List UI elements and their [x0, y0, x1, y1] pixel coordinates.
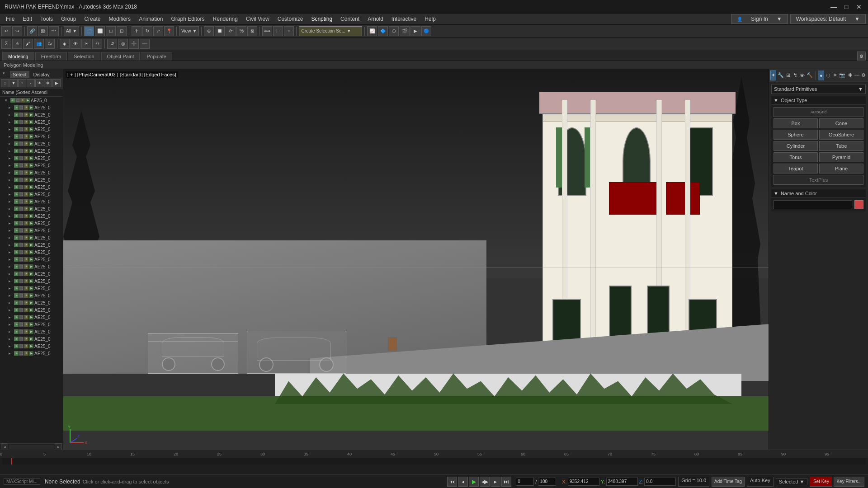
create-selection-dropdown[interactable]: Create Selection Se...▼: [299, 26, 362, 36]
filter-dropdown[interactable]: All▼: [64, 26, 79, 36]
play-back-btn[interactable]: ◂▶: [480, 477, 490, 487]
create-system-btn[interactable]: ⚙: [861, 70, 867, 80]
minimize-btn[interactable]: —: [829, 2, 838, 11]
scene-list-item[interactable]: ▸ 👁 ⬚ ☀ ▶ AE25_0: [0, 306, 63, 314]
menu-animation[interactable]: Animation: [135, 15, 166, 23]
utilities-tab-btn[interactable]: 🔨: [806, 70, 813, 80]
scene-select-tab[interactable]: Select: [10, 71, 29, 78]
pivot-btn[interactable]: ⊕: [204, 26, 214, 36]
scene-expand-btn[interactable]: +: [18, 79, 26, 87]
scene-list-item[interactable]: ▸ 👁 ⬚ ☀ ▶ AE25_0: [0, 285, 63, 292]
display-tab-btn[interactable]: 👁: [799, 70, 805, 80]
scene-list-item[interactable]: ▸ 👁 ⬚ ☀ ▶ AE25_0: [0, 162, 63, 169]
create-tab-btn[interactable]: ✦: [770, 70, 776, 80]
scene-list-item[interactable]: ▸ 👁 ⬚ ☀ ▶ AE25_0: [0, 140, 63, 147]
x-coord-input[interactable]: [568, 478, 599, 486]
scene-list-item[interactable]: ▸ 👁 ⬚ ☀ ▶ AE25_0: [0, 270, 63, 277]
paint-connect-btn[interactable]: ⚇: [92, 39, 102, 49]
xview-btn[interactable]: ⚠: [12, 39, 22, 49]
geo-clipping-btn[interactable]: ✂: [81, 39, 91, 49]
menu-graph-editors[interactable]: Graph Editors: [168, 15, 208, 23]
scene-list-item[interactable]: ▸ 👁 ⬚ ☀ ▶ AE25_0: [0, 350, 63, 357]
menu-edit[interactable]: Edit: [19, 15, 36, 23]
sign-in-dropdown[interactable]: 👤 Sign In ▼: [731, 14, 788, 24]
maximize-btn[interactable]: □: [842, 2, 851, 11]
scene-list-item[interactable]: ▸ 👁 ⬚ ☀ ▶ AE25_0: [0, 155, 63, 162]
scene-list-item[interactable]: ▸ 👁 ⬚ ☀ ▶ AE25_0: [0, 321, 63, 328]
select-link-btn[interactable]: 🔗: [27, 26, 37, 36]
menu-modifiers[interactable]: Modifiers: [105, 15, 134, 23]
tab-selection[interactable]: Selection: [68, 52, 100, 61]
tube-btn[interactable]: Tube: [819, 141, 863, 151]
object-type-header[interactable]: ▼ Object Type: [771, 96, 866, 105]
render-setup-btn[interactable]: 🎬: [400, 26, 410, 36]
goto-start-btn[interactable]: ⏮: [447, 477, 457, 487]
menu-help[interactable]: Help: [421, 15, 439, 23]
create-geo-btn[interactable]: ●: [818, 70, 824, 80]
place-btn[interactable]: 📍: [164, 26, 174, 36]
cylinder-btn[interactable]: Cylinder: [774, 141, 818, 151]
scene-filter-btn[interactable]: ▼: [9, 79, 18, 87]
percent-snap-btn[interactable]: %: [236, 26, 246, 36]
scene-list-item[interactable]: ▸ 👁 ⬚ ☀ ▶ AE25_0: [0, 212, 63, 220]
set-key-btn[interactable]: Set Key: [810, 477, 832, 487]
scene-sort-btn[interactable]: ↕: [1, 79, 9, 87]
snap-toggle-btn[interactable]: 🔲: [215, 26, 225, 36]
torus-btn[interactable]: Torus: [774, 152, 818, 162]
box-btn[interactable]: Box: [774, 118, 818, 128]
scene-list-item[interactable]: ▸ 👁 ⬚ ☀ ▶ AE25_0: [0, 335, 63, 343]
obj-paint-btn[interactable]: 🖌: [23, 39, 33, 49]
scene-list-item[interactable]: ▸ 👁 ⬚ ☀ ▶ AE25_0: [0, 183, 63, 191]
polygon-count-btn[interactable]: Σ: [1, 39, 11, 49]
scene-list-item[interactable]: ▸ 👁 ⬚ ☀ ▶ AE25_0: [0, 111, 63, 118]
plane-btn[interactable]: Plane: [819, 164, 863, 174]
scene-list-item[interactable]: ▸ 👁 ⬚ ☀ ▶ AE25_0: [0, 328, 63, 335]
menu-civil-view[interactable]: Civil View: [242, 15, 273, 23]
scene-list-item[interactable]: ▸ 👁 ⬚ ☀ ▶ AE25_0: [0, 104, 63, 111]
scene-list-item[interactable]: ▸ 👁 ⬚ ☀ ▶ AE25_0: [0, 343, 63, 350]
window-crossing-btn[interactable]: ⊡: [117, 26, 127, 36]
tab-populate[interactable]: Populate: [141, 52, 172, 61]
cone-btn[interactable]: Cone: [819, 118, 863, 128]
menu-create[interactable]: Create: [80, 15, 104, 23]
close-btn[interactable]: ✕: [854, 2, 863, 11]
menu-rendering[interactable]: Rendering: [209, 15, 241, 23]
object-color-swatch[interactable]: [854, 200, 863, 209]
scene-list-item[interactable]: ▸ 👁 ⬚ ☀ ▶ AE25_0: [0, 169, 63, 176]
tab-freeform[interactable]: Freeform: [35, 52, 67, 61]
selected-dropdown[interactable]: Selected ▼: [776, 478, 808, 485]
modify-tab-btn[interactable]: 🔧: [777, 70, 784, 80]
scene-list-item[interactable]: ▸ 👁 ⬚ ☀ ▶ AE25_0: [0, 220, 63, 227]
spinner-snap-btn[interactable]: ⊠: [247, 26, 257, 36]
create-camera-btn[interactable]: 📷: [839, 70, 846, 80]
timeline-playhead[interactable]: [11, 458, 12, 465]
scale-btn[interactable]: ⤢: [153, 26, 163, 36]
add-time-tag-btn[interactable]: Add Time Tag: [712, 477, 745, 487]
iso-mode-btn[interactable]: 👁: [71, 39, 80, 49]
scene-list-item[interactable]: ▸ 👁 ⬚ ☀ ▶ AE25_0: [0, 292, 63, 299]
angle-snap-btn[interactable]: ⟳: [226, 26, 236, 36]
sub-obj-btn[interactable]: ◈: [60, 39, 70, 49]
curve-editor-btn[interactable]: 📈: [367, 26, 377, 36]
scene-render-btn[interactable]: ▶: [52, 79, 61, 87]
z-coord-input[interactable]: [644, 478, 676, 486]
scene-freeze-btn[interactable]: ❄: [44, 79, 52, 87]
tab-modeling[interactable]: Modeling: [2, 52, 34, 61]
scene-scroll-left[interactable]: ◂: [1, 443, 8, 450]
create-shape-btn[interactable]: ◌: [825, 70, 831, 80]
menu-content[interactable]: Content: [337, 15, 363, 23]
scene-list-item[interactable]: ▸ 👁 ⬚ ☀ ▶ AE25_0: [0, 198, 63, 205]
name-color-header[interactable]: ▼ Name and Color: [771, 189, 866, 198]
sphere-btn[interactable]: Sphere: [774, 130, 818, 140]
select-btn[interactable]: ⬚: [84, 26, 94, 36]
active-shade-btn[interactable]: 🔵: [421, 26, 431, 36]
textplus-btn[interactable]: TextPlus: [774, 175, 863, 185]
goto-end-btn[interactable]: ⏭: [501, 477, 511, 487]
select-lasso-btn[interactable]: ◻: [106, 26, 116, 36]
pyramid-btn[interactable]: Pyramid: [819, 152, 863, 162]
object-name-input[interactable]: [774, 200, 852, 209]
scene-list[interactable]: ▾ 👁 ⬚ ☀ ▶ AE25_0 ▸ 👁 ⬚ ☀ ▶ AE25_0: [0, 97, 63, 443]
mirror-btn[interactable]: ⟺: [262, 26, 272, 36]
motion-tab-btn[interactable]: ↯: [792, 70, 798, 80]
scene-list-item[interactable]: ▸ 👁 ⬚ ☀ ▶ AE25_0: [0, 191, 63, 198]
